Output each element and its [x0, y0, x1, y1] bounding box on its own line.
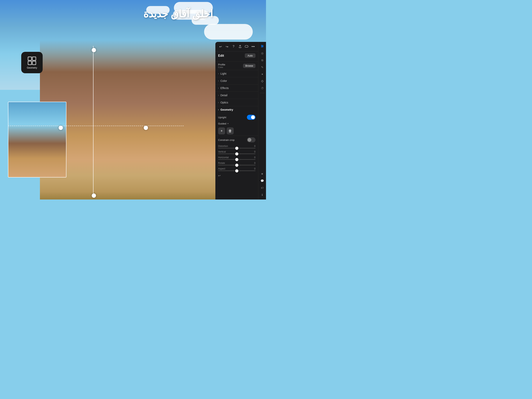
geometry-content: Upright Guided ▾ + 🗑 Constrain crop	[215, 113, 258, 180]
icon-tag[interactable]: 🏷	[260, 185, 265, 191]
edit-panel: ↩ ↪ ? ••• Edit Auto	[215, 42, 266, 200]
icon-sliders[interactable]	[260, 44, 265, 49]
section-color[interactable]: › Color	[215, 77, 258, 84]
icon-presets[interactable]	[260, 78, 265, 84]
panel-main-content: ↩ ↪ ? ••• Edit Auto	[215, 42, 258, 200]
control-point-top[interactable]	[92, 48, 96, 52]
geometry-icon	[27, 56, 37, 66]
vertical-thumb[interactable]	[235, 152, 238, 155]
icon-circle[interactable]: ◎	[260, 51, 265, 56]
guide-vertical-line	[93, 46, 94, 198]
horizontal-track	[218, 159, 255, 160]
vertical-label: Vertical	[218, 150, 226, 153]
svg-point-9	[261, 46, 262, 47]
back-button[interactable]: ↩	[218, 174, 255, 178]
add-guide-button[interactable]: +	[218, 127, 225, 135]
chevron-optics: ›	[218, 101, 219, 104]
back-row: ↩	[215, 172, 258, 179]
section-label-detail: Detail	[221, 94, 228, 97]
constrain-knob	[247, 138, 251, 142]
horizontal-thumb[interactable]	[235, 158, 238, 161]
distortion-thumb[interactable]	[235, 147, 238, 150]
constrain-label: Constrain crop	[218, 139, 235, 142]
aspect-label: Aspect	[218, 167, 225, 170]
aspect-slider-row: Aspect 0	[215, 167, 258, 172]
geometry-badge: Geometry	[21, 52, 43, 73]
help-button[interactable]: ?	[231, 44, 236, 49]
panel-toolbar: ↩ ↪ ? •••	[215, 42, 258, 51]
vertical-value: 0	[254, 150, 255, 153]
rotate-track	[218, 165, 255, 165]
arabic-title: اخلق آفاق جديدة	[143, 8, 213, 20]
chevron-effects: ›	[218, 87, 219, 90]
icon-masking[interactable]: ✦	[260, 71, 265, 77]
section-label-light: Light	[221, 72, 226, 75]
rotate-value: 0	[254, 162, 255, 164]
aspect-track	[218, 170, 255, 171]
svg-rect-2	[28, 61, 32, 65]
section-geometry[interactable]: ‹ Geometry	[215, 106, 258, 113]
icon-star[interactable]: ★	[260, 171, 265, 176]
profile-label: Profile	[218, 63, 225, 66]
aspect-value: 0	[254, 167, 255, 170]
upright-label: Upright	[218, 116, 226, 119]
section-label-color: Color	[221, 79, 227, 82]
rotate-thumb[interactable]	[235, 164, 238, 167]
chevron-color: ›	[218, 79, 219, 82]
svg-point-8	[262, 46, 263, 46]
constrain-crop-row: Constrain crop	[215, 135, 258, 144]
share-button[interactable]	[237, 44, 243, 49]
guided-row[interactable]: Guided ▾	[215, 121, 258, 126]
vertical-track	[218, 154, 255, 154]
svg-rect-1	[32, 57, 36, 60]
icon-chat[interactable]: 💬	[260, 178, 265, 184]
aspect-thumb[interactable]	[235, 169, 238, 172]
svg-point-10	[261, 80, 263, 82]
rotate-slider-row: Rotate 0	[215, 161, 258, 167]
vertical-slider-row: Vertical 0	[215, 150, 258, 155]
toggle-knob	[251, 115, 255, 119]
action-buttons: + 🗑	[215, 126, 258, 135]
horizontal-value: 0	[254, 156, 255, 159]
section-detail[interactable]: › Detail	[215, 92, 258, 99]
control-point-left[interactable]	[59, 126, 63, 130]
auto-button[interactable]: Auto	[245, 53, 255, 58]
more-button[interactable]: •••	[250, 44, 256, 49]
profile-sub: Color	[218, 66, 225, 68]
icon-info[interactable]: ℹ	[260, 192, 265, 198]
icon-crop[interactable]: ⧉	[260, 58, 265, 63]
icon-separator	[260, 93, 265, 93]
profile-info: Profile Color	[218, 63, 225, 68]
browse-button[interactable]: Browse	[243, 64, 255, 68]
icon-healing[interactable]: ✎	[260, 64, 265, 70]
guide-horizontal-line	[8, 126, 184, 126]
section-optics[interactable]: › Optics	[215, 99, 258, 106]
section-light[interactable]: › Light	[215, 70, 258, 77]
control-point-right[interactable]	[144, 126, 148, 130]
section-label-geometry: Geometry	[221, 108, 233, 111]
distortion-slider-row: Distortion 0	[215, 144, 258, 150]
svg-rect-3	[32, 61, 36, 65]
rotate-label: Rotate	[218, 162, 225, 164]
redo-button[interactable]: ↪	[224, 44, 230, 49]
section-effects[interactable]: › Effects	[215, 84, 258, 92]
chevron-light: ›	[218, 72, 219, 75]
chevron-detail: ›	[218, 94, 219, 97]
thumbnail-preview	[8, 102, 67, 178]
horizontal-label: Horizontal	[218, 156, 229, 159]
undo-button[interactable]: ↩	[218, 44, 223, 49]
guided-chevron: ▾	[228, 122, 229, 125]
svg-point-7	[261, 45, 262, 46]
edit-title: Edit	[218, 54, 224, 58]
cloud-button[interactable]	[244, 44, 249, 49]
constrain-toggle[interactable]	[247, 137, 255, 142]
upright-row: Upright	[215, 113, 258, 121]
distortion-label: Distortion	[218, 145, 228, 148]
panel-icon-bar: ◎ ⧉ ✎ ✦ ⏱ ★ 💬 🏷 ℹ	[258, 42, 266, 200]
icon-history[interactable]: ⏱	[260, 85, 265, 91]
rock-formation	[40, 40, 240, 200]
delete-guide-button[interactable]: 🗑	[227, 127, 234, 135]
upright-toggle[interactable]	[247, 115, 255, 120]
guided-label: Guided	[218, 122, 226, 125]
cloud-5	[204, 24, 253, 39]
